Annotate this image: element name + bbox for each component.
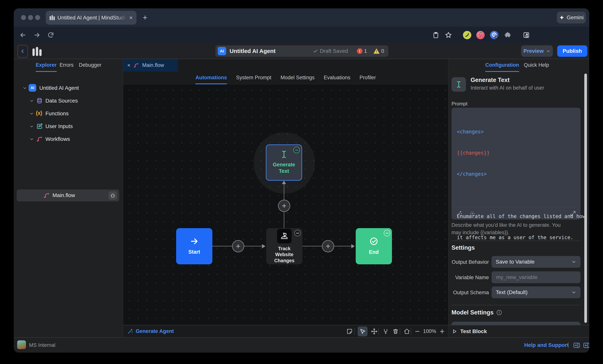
inspector-panel: Configuration Quick Help Generate Text I… xyxy=(448,59,589,337)
model-settings-heading: Model Settings xyxy=(452,309,493,316)
flow-subtabs: Automations System Prompt Model Settings… xyxy=(123,72,448,84)
node-track-website-changes[interactable]: Track Website Changes xyxy=(266,228,302,264)
chevron-down-icon[interactable] xyxy=(29,99,34,103)
collapse-badge[interactable] xyxy=(294,230,301,236)
clipboard-icon[interactable] xyxy=(431,30,441,40)
info-icon[interactable] xyxy=(496,309,502,316)
warning-icon: ! xyxy=(373,48,380,54)
chevron-down-icon[interactable] xyxy=(29,124,34,129)
add-step-button[interactable] xyxy=(278,200,290,212)
sidebar-tab-debugger[interactable]: Debugger xyxy=(79,59,102,71)
help-and-support-link[interactable]: Help and Support xyxy=(524,338,569,353)
panel-scrollbar[interactable] xyxy=(584,74,587,323)
node-generate-text[interactable]: Generate Text xyxy=(266,144,302,181)
workspace-avatar[interactable] xyxy=(17,340,26,349)
edge-arrow xyxy=(351,244,355,248)
add-step-button[interactable] xyxy=(322,240,334,252)
toggle-right-panel-icon[interactable] xyxy=(573,342,580,349)
browser-window: Untitled AI Agent | MindStudio × + Gemin… xyxy=(14,8,589,353)
tab-evaluations[interactable]: Evaluations xyxy=(324,72,350,84)
collapse-badge[interactable] xyxy=(293,147,300,153)
inspector-tab-quick-help[interactable]: Quick Help xyxy=(524,59,549,71)
sidebar-tab-errors[interactable]: Errors xyxy=(59,59,74,71)
back-icon[interactable] xyxy=(18,30,28,40)
draft-status: Draft Saved xyxy=(313,48,348,54)
variable-name-input[interactable] xyxy=(496,274,576,281)
chevron-down-icon xyxy=(546,49,551,53)
extension-icon-1[interactable] xyxy=(463,31,471,39)
app-header: AI Untitled AI Agent Draft Saved ! 1 ! 0… xyxy=(14,44,589,59)
tab-search-icon[interactable] xyxy=(521,30,531,40)
zoom-out-icon[interactable] xyxy=(413,327,422,336)
chevron-down-icon[interactable] xyxy=(29,137,34,141)
reload-icon[interactable] xyxy=(46,30,56,40)
status-divider xyxy=(568,342,569,349)
home-flow-button[interactable] xyxy=(109,191,117,200)
mindstudio-logo-icon[interactable] xyxy=(33,47,42,56)
prompt-settings-icon[interactable] xyxy=(469,210,475,217)
node-start[interactable]: Start xyxy=(176,228,212,264)
file-tab-main-flow[interactable]: × Main.flow xyxy=(123,59,178,71)
select-tool-icon[interactable] xyxy=(358,326,368,336)
output-schema-select[interactable]: Text (Default) xyxy=(492,287,580,298)
output-behavior-select[interactable]: Save to Variable xyxy=(492,256,580,268)
browser-tab-title: Untitled AI Agent | MindStudio xyxy=(58,15,127,21)
tab-close-icon[interactable]: × xyxy=(127,63,130,68)
bookmark-star-icon[interactable] xyxy=(443,30,453,40)
zoom-in-icon[interactable] xyxy=(438,327,447,336)
tab-automations[interactable]: Automations xyxy=(195,72,227,84)
tree-item-functions[interactable]: (x) Functions xyxy=(14,108,123,119)
file-tab-label: Main.flow xyxy=(142,62,164,68)
extensions-puzzle-icon[interactable] xyxy=(503,30,513,40)
agent-title-bar[interactable]: AI Untitled AI Agent Draft Saved ! 1 ! 0 xyxy=(215,45,388,57)
tree-item-data-sources[interactable]: Data Sources xyxy=(14,96,123,106)
extension-icon-2[interactable] xyxy=(476,31,485,39)
node-end[interactable]: End xyxy=(356,228,392,264)
traffic-light-minimize[interactable] xyxy=(28,15,33,20)
extension-icon-3[interactable] xyxy=(490,31,499,39)
tree-item-workflows[interactable]: Workflows xyxy=(14,134,123,144)
check-icon xyxy=(313,49,318,54)
branch-tool-icon[interactable] xyxy=(381,327,390,336)
tab-system-prompt[interactable]: System Prompt xyxy=(236,72,271,84)
new-tab-button[interactable]: + xyxy=(140,13,150,22)
traffic-light-zoom[interactable] xyxy=(35,15,40,20)
workspace-name[interactable]: MS Internal xyxy=(29,338,55,353)
prompt-editor[interactable]: <changes> {{changes}} </changes> Enumara… xyxy=(452,108,580,220)
generate-agent-button[interactable]: Generate Agent xyxy=(127,325,174,337)
error-count-badge[interactable]: ! 1 xyxy=(357,48,367,54)
warning-count-badge[interactable]: ! 0 xyxy=(373,48,384,54)
collapse-badge[interactable] xyxy=(384,230,390,236)
tab-model-settings[interactable]: Model Settings xyxy=(280,72,315,84)
reset-view-icon[interactable] xyxy=(402,327,411,336)
magic-wand-icon[interactable] xyxy=(456,210,462,217)
pan-tool-icon[interactable] xyxy=(370,327,379,336)
prompt-toolbar xyxy=(452,207,580,220)
tree-item-main-flow[interactable]: Main.flow xyxy=(17,189,119,201)
browser-tab[interactable]: Untitled AI Agent | MindStudio × xyxy=(46,11,137,25)
app-back-button[interactable] xyxy=(18,45,28,57)
forward-icon[interactable] xyxy=(32,30,42,40)
test-block-bar[interactable]: Test Block xyxy=(448,325,589,337)
preview-button[interactable]: Preview xyxy=(521,45,553,57)
sticky-note-tool-icon[interactable] xyxy=(345,327,354,336)
traffic-light-close[interactable] xyxy=(21,15,26,20)
add-step-button[interactable] xyxy=(232,240,244,252)
expand-icon[interactable] xyxy=(570,210,576,217)
chevron-down-icon[interactable] xyxy=(29,111,34,116)
flow-canvas[interactable]: Start Track Website Changes Generate Tex… xyxy=(123,84,448,325)
chevron-down-icon[interactable] xyxy=(23,86,27,90)
publish-button[interactable]: Publish xyxy=(557,45,587,57)
tab-close-icon[interactable]: × xyxy=(129,15,133,21)
inspector-tab-configuration[interactable]: Configuration xyxy=(485,59,519,72)
ai-badge: AI xyxy=(218,47,226,55)
tree-item-user-inputs[interactable]: User Inputs xyxy=(14,121,123,132)
gemini-button[interactable]: Gemini xyxy=(557,12,586,23)
delete-tool-icon[interactable] xyxy=(391,327,400,336)
function-icon: (x) xyxy=(36,110,42,116)
sidebar-tab-explorer[interactable]: Explorer xyxy=(36,59,57,72)
zoom-level[interactable]: 100% xyxy=(423,325,436,337)
tree-item-agent-root[interactable]: AI Untitled AI Agent xyxy=(14,83,123,93)
tab-profiler[interactable]: Profiler xyxy=(359,72,376,84)
collapse-right-panel-icon[interactable] xyxy=(583,342,589,349)
